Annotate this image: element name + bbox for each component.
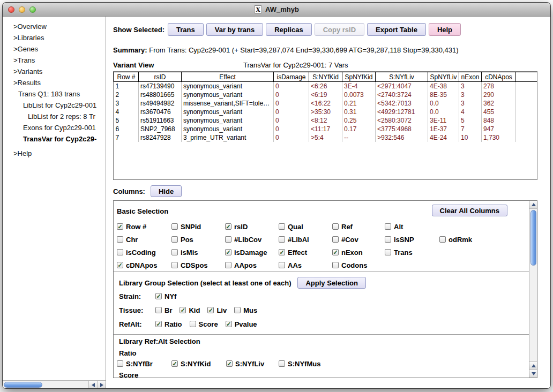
checkbox-ratio[interactable]: ✓Ratio [155, 320, 182, 328]
titlebar[interactable]: X AW_mhyb [3, 3, 550, 17]
scroll-right-button[interactable] [97, 381, 106, 389]
checkbox-box[interactable] [332, 223, 339, 230]
table-cell[interactable]: 7 [459, 125, 482, 133]
table-cell[interactable]: 7 [114, 133, 139, 142]
column-header-isdamage[interactable]: isDamage [274, 72, 309, 82]
table-cell[interactable]: >932:546 [376, 133, 428, 142]
checkbox-box[interactable]: ✓ [225, 249, 231, 255]
tree-item-liblist-for-2-reps-8-tr[interactable]: LibList for 2 reps: 8 Tr [3, 111, 106, 122]
table-cell[interactable]: 0.17 [342, 125, 376, 133]
checkbox-effect[interactable]: ✓Effect [279, 248, 332, 257]
checkbox-box[interactable]: ✓ [279, 249, 285, 255]
tree-item-results[interactable]: >Results [3, 77, 106, 88]
checkbox-ref[interactable]: Ref [332, 223, 385, 231]
tree-item-overview[interactable]: >Overview [3, 21, 106, 32]
table-cell[interactable]: <6:19 [309, 91, 342, 99]
checkbox-box[interactable] [155, 307, 162, 313]
table-cell[interactable]: 0.31 [342, 108, 376, 116]
checkbox-alt[interactable]: Alt [385, 223, 439, 231]
checkbox-qual[interactable]: Qual [279, 223, 332, 231]
checkbox-box[interactable] [171, 236, 178, 243]
checkbox-codons[interactable]: Codons [332, 261, 385, 269]
table-cell[interactable]: <16:22 [309, 99, 342, 108]
panel-vertical-scrollbar[interactable] [529, 201, 537, 378]
close-button[interactable] [8, 6, 14, 13]
checkbox-s-nyfkid[interactable]: ✓S:NYfKid [171, 360, 226, 368]
checkbox-box[interactable] [385, 223, 391, 230]
table-cell[interactable]: 0 [274, 91, 309, 99]
table-cell[interactable]: <5342:7013 [376, 99, 428, 108]
table-cell[interactable]: 8E-35 [428, 91, 459, 99]
table-cell[interactable]: >35:30 [309, 108, 342, 116]
checkbox-box[interactable] [171, 223, 178, 230]
table-row[interactable]: 3rs49494982missense_variant,SIFT=tole…0<… [114, 99, 537, 108]
checkbox-odrmk[interactable]: odRmk [439, 236, 529, 244]
table-cell[interactable]: <8:12 [309, 116, 342, 125]
table-cell[interactable]: 362 [482, 99, 516, 108]
table-cell[interactable]: 947 [482, 125, 516, 133]
checkbox-box[interactable] [225, 262, 231, 268]
table-cell[interactable]: 3E-11 [428, 116, 459, 125]
column-header-row[interactable]: Row # [114, 72, 139, 82]
table-cell[interactable]: 10 [459, 133, 482, 142]
tree-item-exons-for-cyp2c29-001[interactable]: Exons for Cyp2c29-001 [3, 122, 106, 133]
checkbox-box[interactable] [279, 236, 285, 243]
table-cell[interactable]: 455 [482, 108, 516, 116]
checkbox-box[interactable] [332, 262, 339, 268]
table-cell[interactable]: 0 [274, 133, 309, 142]
checkbox-rsid[interactable]: ✓rsID [225, 223, 279, 231]
table-cell[interactable]: 0 [274, 125, 309, 133]
table-cell[interactable]: rs49494982 [139, 99, 182, 108]
table-cell[interactable]: 3_prime_UTR_variant [182, 133, 274, 142]
checkbox-box[interactable] [171, 262, 178, 268]
table-cell[interactable]: 0 [274, 82, 309, 91]
table-cell[interactable]: <6:26 [309, 82, 342, 91]
table-cell[interactable]: 3E-4 [342, 82, 376, 91]
table-cell[interactable]: <2580:3072 [376, 116, 428, 125]
checkbox-cdspos[interactable]: CDSpos [171, 261, 225, 269]
checkbox-s-nyfliv[interactable]: ✓S:NYfLiv [226, 360, 279, 368]
tree-item-trans[interactable]: >Trans [3, 55, 106, 66]
table-cell[interactable]: synonymous_variant [182, 116, 274, 125]
table-cell[interactable]: rs8247928 [139, 133, 182, 142]
tree-item-transvar-for-cyp2c29[interactable]: TransVar for Cyp2c29- [3, 133, 106, 145]
table-cell[interactable]: 4E-24 [428, 133, 459, 142]
table-cell[interactable]: >5:4 [309, 133, 342, 142]
column-header-s-nyfliv[interactable]: S:NYfLiv [376, 72, 428, 82]
checkbox-score[interactable]: Score [190, 320, 218, 328]
checkbox-box[interactable] [385, 249, 391, 255]
clear-all-columns-button[interactable]: Clear All Columns [432, 205, 507, 216]
scrollbar-thumb[interactable] [4, 382, 42, 388]
checkbox-box[interactable] [279, 360, 285, 367]
checkbox-box[interactable]: ✓ [155, 293, 162, 299]
checkbox-box[interactable]: ✓ [117, 223, 123, 230]
checkbox-ismis[interactable]: isMis [171, 248, 225, 257]
table-row[interactable]: 2rs48801665synonymous_variant0<6:190.007… [114, 91, 537, 99]
checkbox-cov[interactable]: #Cov [332, 236, 385, 244]
table-row[interactable]: 1rs47139490synonymous_variant0<6:263E-4<… [114, 82, 537, 91]
checkbox-liv[interactable]: ✓Liv [207, 306, 227, 314]
checkbox-issnp[interactable]: isSNP [385, 236, 439, 244]
checkbox-box[interactable] [439, 236, 446, 243]
checkbox-aapos[interactable]: AApos [225, 261, 279, 269]
table-cell[interactable]: rs51911663 [139, 116, 182, 125]
checkbox-box[interactable] [117, 236, 123, 243]
checkbox-cdnapos[interactable]: ✓cDNApos [117, 261, 171, 269]
checkbox-nexon[interactable]: ✓nExon [332, 248, 385, 257]
checkbox-box[interactable] [385, 236, 391, 243]
help-button[interactable]: Help [429, 23, 461, 36]
checkbox-box[interactable] [117, 360, 123, 367]
checkbox-row[interactable]: ✓Row # [117, 223, 171, 231]
table-cell[interactable]: 3 [459, 91, 482, 99]
checkbox-mus[interactable]: Mus [234, 306, 257, 314]
checkbox-nyf[interactable]: ✓NYf [155, 292, 176, 300]
minimize-button[interactable] [19, 6, 25, 13]
table-cell[interactable]: synonymous_variant [182, 108, 274, 116]
table-row[interactable]: 6SNP2_7968synonymous_variant0<11:170.17<… [114, 125, 537, 133]
table-cell[interactable]: 6 [114, 125, 139, 133]
checkbox-pos[interactable]: Pos [171, 236, 225, 244]
scroll-up-button-bottom[interactable] [529, 361, 537, 370]
table-cell[interactable]: <11:17 [309, 125, 342, 133]
replicas-button[interactable]: Replicas [266, 23, 311, 36]
table-cell[interactable]: <2740:3724 [376, 91, 428, 99]
